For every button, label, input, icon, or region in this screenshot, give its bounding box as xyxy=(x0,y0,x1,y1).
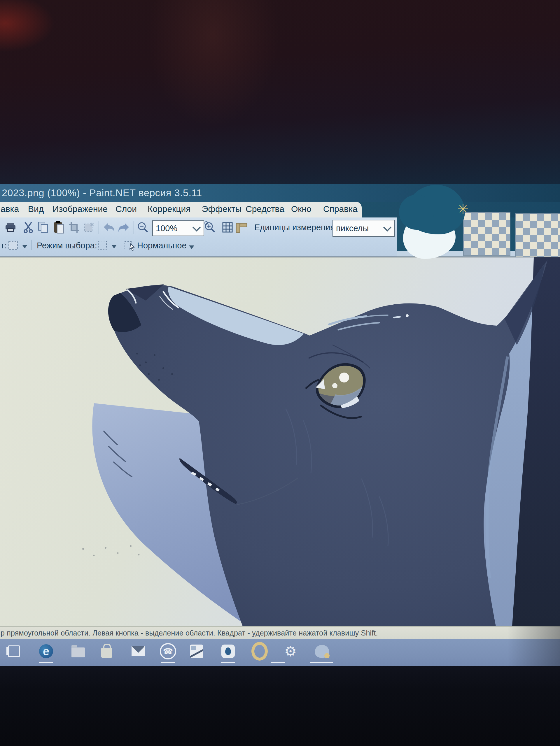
separator xyxy=(19,221,19,234)
dropdown-caret-icon[interactable] xyxy=(111,245,117,248)
settings-gear-icon[interactable]: ⚙ xyxy=(282,643,299,659)
chevron-down-icon xyxy=(193,223,201,231)
drawing-canvas-dog-artwork[interactable] xyxy=(0,257,560,626)
task-view-icon[interactable] xyxy=(6,643,22,659)
undo-button[interactable] xyxy=(102,220,115,235)
file-explorer-icon[interactable] xyxy=(70,643,86,659)
separator xyxy=(134,221,134,234)
store-icon[interactable] xyxy=(99,643,115,659)
running-indicator xyxy=(161,662,175,663)
status-bar: р прямоугольной области. Левая кнопка - … xyxy=(0,626,560,639)
tool-options-row: т: Режим выбора: Нормальное xyxy=(0,237,397,257)
title-bar: 2023.png (100%) - Paint.NET версия 3.5.1… xyxy=(0,184,560,202)
star-sticker-icon: ✳ xyxy=(457,201,469,217)
separator xyxy=(99,221,99,234)
zoom-out-button[interactable] xyxy=(137,220,149,235)
menu-help[interactable]: Справка xyxy=(323,204,358,214)
gold-ring-app-icon[interactable] xyxy=(251,643,268,659)
selection-tool-button[interactable] xyxy=(7,238,20,253)
menu-utilities[interactable]: Средства xyxy=(246,204,284,214)
grid-toggle-button[interactable] xyxy=(221,220,234,235)
menu-adjustments[interactable]: Коррекция xyxy=(147,204,191,214)
room-background xyxy=(0,0,560,184)
tool-label-truncated: т: xyxy=(1,241,7,251)
menu-edit[interactable]: авка xyxy=(1,204,19,214)
selection-mode-label: Режим выбора: xyxy=(37,241,97,251)
palette-thumbnail-left[interactable] xyxy=(463,212,510,256)
window-title: 2023.png (100%) - Paint.NET версия 3.5.1… xyxy=(2,187,202,199)
edge-browser-icon[interactable]: e xyxy=(38,643,54,659)
photo-edge-shadow xyxy=(507,626,560,666)
palette-thumbnail-right[interactable] xyxy=(515,213,560,257)
cut-button[interactable] xyxy=(22,220,35,235)
units-label: Единицы измерения: xyxy=(254,223,337,232)
menu-effects[interactable]: Эффекты xyxy=(202,204,242,214)
mail-icon[interactable] xyxy=(130,643,146,659)
chevron-down-icon xyxy=(383,223,391,231)
menu-image[interactable]: Изображение xyxy=(53,204,108,214)
teal-censor-blob xyxy=(399,195,434,230)
cloud-app-icon[interactable] xyxy=(314,643,330,659)
menu-view[interactable]: Вид xyxy=(28,204,44,214)
crop-button[interactable] xyxy=(68,220,81,235)
zoom-level-combobox[interactable]: 100% xyxy=(152,220,204,236)
dropdown-caret-icon[interactable] xyxy=(189,246,194,249)
redo-button[interactable] xyxy=(117,220,130,235)
blend-mode-value[interactable]: Нормальное xyxy=(137,241,187,251)
units-combobox[interactable]: пикселы xyxy=(333,220,395,237)
copy-button[interactable] xyxy=(37,220,50,235)
separator xyxy=(31,240,32,250)
menu-layers[interactable]: Слои xyxy=(115,204,137,214)
viber-icon[interactable]: ☎ xyxy=(160,643,176,659)
menu-window[interactable]: Окно xyxy=(291,204,311,214)
windows-taskbar: e ☎ ⚙ xyxy=(0,639,560,666)
units-value: пикселы xyxy=(333,224,385,233)
running-indicator xyxy=(310,662,333,663)
running-indicator xyxy=(271,662,285,663)
separator xyxy=(121,240,121,250)
zoom-in-button[interactable] xyxy=(203,220,217,235)
status-text: р прямоугольной области. Левая кнопка - … xyxy=(1,629,378,637)
deselect-button[interactable] xyxy=(83,220,96,235)
zoom-level-value: 100% xyxy=(153,224,194,233)
selection-mode-button[interactable] xyxy=(96,238,109,253)
print-button[interactable] xyxy=(4,220,17,235)
separator xyxy=(219,221,219,234)
laptop-bezel xyxy=(0,666,560,746)
dropdown-caret-icon[interactable] xyxy=(22,245,27,248)
blend-mode-icon xyxy=(124,238,137,253)
running-indicator xyxy=(39,662,53,663)
ruler-toggle-button[interactable] xyxy=(236,220,249,235)
running-indicator xyxy=(221,662,235,663)
paste-button[interactable] xyxy=(53,220,65,235)
paint3d-app-icon[interactable] xyxy=(220,643,236,659)
menu-strip: авка Вид Изображение Слои Коррекция Эффе… xyxy=(0,202,362,218)
image-editor-icon[interactable] xyxy=(189,643,205,659)
